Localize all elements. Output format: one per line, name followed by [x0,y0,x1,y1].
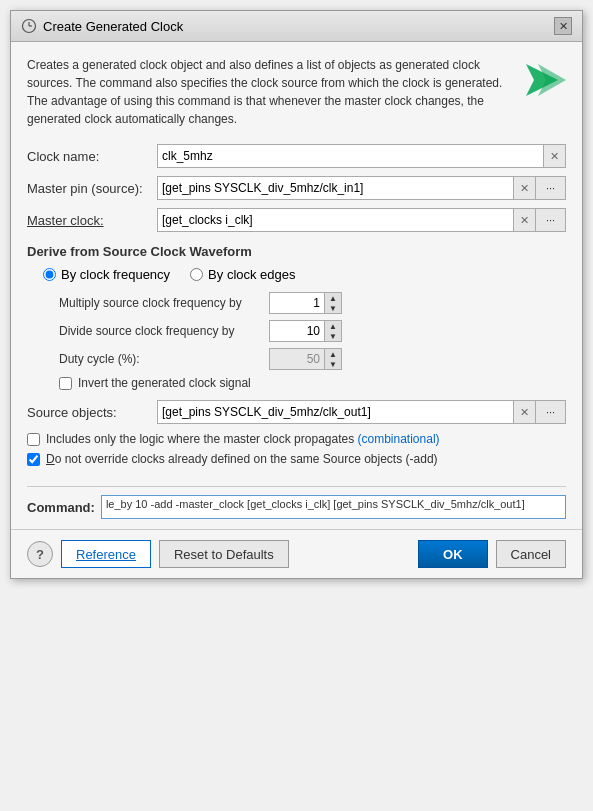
duty-input [269,348,324,370]
source-objects-input-group: ✕ ··· [157,400,566,424]
clock-icon [21,18,37,34]
radio-by-frequency-label: By clock frequency [61,267,170,282]
do-not-override-text: o not override clocks already defined on… [55,452,438,466]
command-area: Command: le_by 10 -add -master_clock [ge… [27,486,566,519]
cancel-button[interactable]: Cancel [496,540,566,568]
duty-down-button[interactable]: ▼ [325,359,341,369]
radio-by-edges[interactable] [190,268,203,281]
derive-section-title: Derive from Source Clock Waveform [27,244,566,259]
radio-by-edges-label: By clock edges [208,267,295,282]
title-bar: Create Generated Clock ✕ [11,11,582,42]
includes-highlight: (combinational) [358,432,440,446]
invert-label: Invert the generated clock signal [78,376,251,390]
clock-name-input[interactable] [157,144,544,168]
source-objects-input[interactable] [157,400,514,424]
description-text: Creates a generated clock object and als… [27,56,508,128]
bottom-buttons: ? Reference Reset to Defaults OK Cancel [11,529,582,578]
divide-input[interactable] [269,320,324,342]
multiply-spinbox: ▲ ▼ [269,292,342,314]
clock-name-input-group: ✕ [157,144,566,168]
radio-by-frequency-option[interactable]: By clock frequency [43,267,170,282]
includes-row: Includes only the logic where the master… [27,432,566,446]
master-clock-browse-button[interactable]: ··· [536,208,566,232]
duty-up-button[interactable]: ▲ [325,349,341,359]
divide-down-button[interactable]: ▼ [325,331,341,341]
multiply-down-button[interactable]: ▼ [325,303,341,313]
source-objects-row: Source objects: ✕ ··· [27,400,566,424]
radio-by-frequency[interactable] [43,268,56,281]
radio-by-edges-option[interactable]: By clock edges [190,267,295,282]
duty-row: Duty cycle (%): ▲ ▼ [59,348,566,370]
master-clock-input[interactable] [157,208,514,232]
description-area: Creates a generated clock object and als… [27,56,566,128]
reference-button[interactable]: Reference [61,540,151,568]
master-pin-browse-button[interactable]: ··· [536,176,566,200]
multiply-up-button[interactable]: ▲ [325,293,341,303]
duty-spinbox: ▲ ▼ [269,348,342,370]
multiply-label: Multiply source clock frequency by [59,296,269,310]
do-not-override-checkbox[interactable] [27,453,40,466]
divide-row: Divide source clock frequency by ▲ ▼ [59,320,566,342]
do-not-override-row: Do not override clocks already defined o… [27,452,566,466]
clock-name-label: Clock name: [27,149,157,164]
create-generated-clock-dialog: Create Generated Clock ✕ Creates a gener… [10,10,583,579]
command-label: Command: [27,500,95,515]
invert-row: Invert the generated clock signal [59,376,566,390]
master-pin-row: Master pin (source): ✕ ··· [27,176,566,200]
master-clock-label[interactable]: Master clock: [27,213,157,228]
do-not-override-label: Do not override clocks already defined o… [46,452,438,466]
master-clock-input-group: ✕ ··· [157,208,566,232]
divide-label: Divide source clock frequency by [59,324,269,338]
command-text: le_by 10 -add -master_clock [get_clocks … [101,495,566,519]
multiply-row: Multiply source clock frequency by ▲ ▼ [59,292,566,314]
invert-checkbox[interactable] [59,377,72,390]
master-clock-clear-button[interactable]: ✕ [514,208,536,232]
source-objects-label: Source objects: [27,405,157,420]
dialog-content: Creates a generated clock object and als… [11,42,582,529]
master-clock-row: Master clock: ✕ ··· [27,208,566,232]
vivado-logo [518,56,566,104]
duty-arrows: ▲ ▼ [324,348,342,370]
close-button[interactable]: ✕ [554,17,572,35]
clock-name-row: Clock name: ✕ [27,144,566,168]
master-pin-label: Master pin (source): [27,181,157,196]
title-bar-left: Create Generated Clock [21,18,183,34]
includes-checkbox[interactable] [27,433,40,446]
includes-label: Includes only the logic where the master… [46,432,440,446]
help-button[interactable]: ? [27,541,53,567]
master-pin-input[interactable] [157,176,514,200]
divide-up-button[interactable]: ▲ [325,321,341,331]
master-pin-clear-button[interactable]: ✕ [514,176,536,200]
master-pin-input-group: ✕ ··· [157,176,566,200]
multiply-arrows: ▲ ▼ [324,292,342,314]
clock-name-clear-button[interactable]: ✕ [544,144,566,168]
derive-radio-group: By clock frequency By clock edges [43,267,566,282]
source-objects-browse-button[interactable]: ··· [536,400,566,424]
ok-button[interactable]: OK [418,540,488,568]
reset-button[interactable]: Reset to Defaults [159,540,289,568]
duty-label: Duty cycle (%): [59,352,269,366]
dialog-title: Create Generated Clock [43,19,183,34]
derive-fields: Multiply source clock frequency by ▲ ▼ D… [59,292,566,390]
divide-spinbox: ▲ ▼ [269,320,342,342]
source-objects-clear-button[interactable]: ✕ [514,400,536,424]
divide-arrows: ▲ ▼ [324,320,342,342]
multiply-input[interactable] [269,292,324,314]
